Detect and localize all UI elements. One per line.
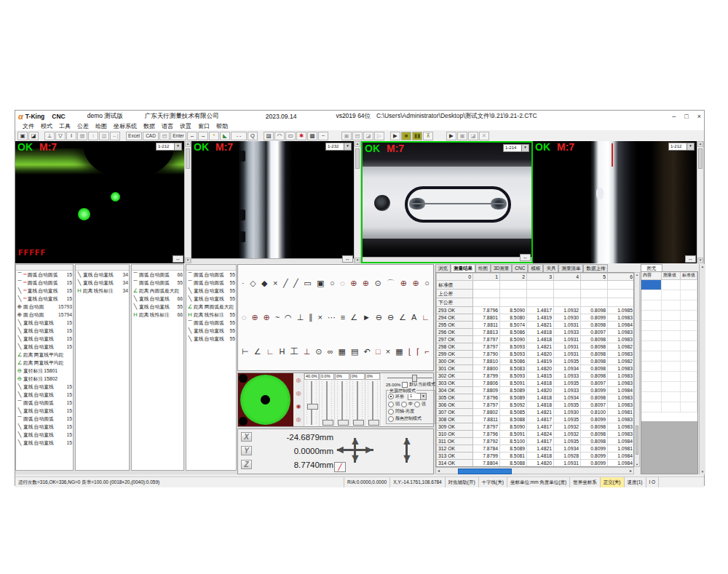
scroll-down-icon[interactable]: ▼ bbox=[355, 258, 360, 263]
result-row[interactable]: 297 OK7.87978.50901.48181.09310.80981.09… bbox=[437, 336, 635, 343]
spec-row[interactable]: 下公差 bbox=[437, 298, 635, 307]
magnification-select[interactable]: 1-212▼ bbox=[668, 143, 695, 151]
toolbar-arrow-left-icon[interactable]: ← bbox=[187, 132, 197, 140]
polygon-icon[interactable]: ◇ bbox=[250, 279, 256, 288]
menu-item-5[interactable]: 绘图 bbox=[95, 122, 107, 130]
scroll-up-icon[interactable]: ▲ bbox=[635, 273, 639, 276]
menu-item-11[interactable]: 帮助 bbox=[216, 122, 228, 130]
feature-item[interactable]: ⌒圆弧自动圆弧55 bbox=[186, 279, 236, 287]
light-slider-thumb[interactable] bbox=[353, 420, 364, 426]
result-row[interactable]: 310 OK7.87968.50911.48241.09320.80981.09… bbox=[437, 431, 635, 438]
circle-dot-icon[interactable]: ⊙ bbox=[375, 279, 381, 288]
scroll-up-icon[interactable]: ▲ bbox=[697, 141, 703, 147]
feature-item[interactable]: ╲**直线自动直线15 bbox=[16, 287, 73, 295]
menu-item-7[interactable]: 数据 bbox=[143, 122, 155, 130]
element-row[interactable] bbox=[641, 311, 697, 321]
toolbar-pause-icon[interactable]: ▮▮ bbox=[412, 132, 422, 140]
element-row[interactable] bbox=[641, 341, 697, 351]
feature-item[interactable]: H距离线性标注66 bbox=[132, 311, 183, 319]
light-slider-thumb[interactable] bbox=[323, 420, 333, 426]
scrollbar-thumb[interactable] bbox=[458, 469, 512, 474]
feature-item[interactable]: ╲直线自动直线55 bbox=[132, 303, 183, 311]
undo-icon[interactable]: ↶ bbox=[364, 347, 371, 356]
arc-cross-icon[interactable]: ⊕ bbox=[400, 279, 407, 288]
feature-list-scrollbar[interactable] bbox=[186, 265, 236, 271]
scroll-right-icon[interactable]: ► bbox=[629, 469, 633, 473]
toolbar-save-report-icon[interactable]: ▣ bbox=[457, 132, 467, 140]
feature-item[interactable]: ⌒圆弧自动圆弧15 bbox=[16, 415, 73, 423]
feature-item[interactable]: ╲直线自动直线15 bbox=[16, 343, 73, 351]
ring-segment-icon[interactable]: ◉ bbox=[296, 403, 301, 410]
toolbar-tools-icon[interactable]: ✕ bbox=[479, 132, 489, 140]
toolbar-stop-icon[interactable]: ■ bbox=[401, 132, 411, 140]
feature-item[interactable]: ╲直线自动直线34 bbox=[76, 271, 129, 279]
feature-item[interactable]: ╲直线自动直线34 bbox=[76, 279, 129, 287]
feature-item[interactable]: ⌒圆弧自动圆弧66 bbox=[132, 271, 183, 279]
light-slider-track[interactable] bbox=[320, 380, 334, 426]
light-slider-track[interactable] bbox=[365, 380, 380, 426]
magnification-select[interactable]: 1-232▼ bbox=[325, 143, 352, 151]
radio-level[interactable] bbox=[414, 402, 420, 407]
tab-8[interactable]: 测量清单 bbox=[558, 264, 583, 272]
feature-item[interactable]: ╲直线自动直线66 bbox=[132, 295, 183, 303]
camera-view-2[interactable]: OK M:7 1-232▼ ↔ bbox=[191, 141, 354, 263]
line-icon[interactable]: ╱ bbox=[283, 279, 288, 288]
point-icon[interactable]: · bbox=[242, 279, 245, 288]
element-row[interactable] bbox=[641, 351, 697, 362]
feature-item[interactable]: ╲**直线自动直线15 bbox=[16, 295, 73, 303]
label-icon[interactable]: A bbox=[411, 313, 416, 322]
spec-row[interactable]: 上公差 bbox=[437, 290, 635, 298]
scroll-down-icon[interactable]: ▼ bbox=[635, 463, 639, 466]
toolbar-excel-button[interactable]: Excel bbox=[126, 132, 142, 140]
menu-item-9[interactable]: 设置 bbox=[180, 122, 191, 130]
toolbar-column-icon[interactable]: I bbox=[66, 132, 76, 140]
scroll-down-icon[interactable]: ▼ bbox=[185, 258, 191, 263]
toolbar-magnifier-icon[interactable]: Q bbox=[248, 132, 258, 140]
arc-cross-auto-icon[interactable]: ⊕ bbox=[412, 279, 419, 288]
scroll-up-icon[interactable]: ▲ bbox=[700, 265, 705, 268]
polygon-filled-icon[interactable]: ◆ bbox=[261, 279, 267, 288]
feature-item[interactable]: ╲直线自动直线55 bbox=[186, 335, 236, 343]
toolbar-open-icon[interactable]: ◪ bbox=[28, 132, 39, 140]
element-row[interactable] bbox=[641, 290, 697, 300]
result-row[interactable]: 302 OK7.87998.50931.48151.09330.80981.09… bbox=[437, 372, 635, 380]
result-row[interactable]: 311 OK7.87928.51001.48171.09350.80981.09… bbox=[437, 438, 635, 445]
element-row[interactable] bbox=[641, 392, 697, 402]
feature-list-scrollbar[interactable] bbox=[76, 265, 129, 271]
datum-x-icon[interactable]: ⌊ bbox=[408, 347, 411, 356]
toolbar-matrix-icon[interactable]: ▩ bbox=[307, 132, 317, 140]
element-row[interactable] bbox=[641, 382, 697, 392]
feature-item[interactable]: ⊕圆自动圆15794 bbox=[16, 311, 73, 319]
feature-list-scrollbar[interactable] bbox=[16, 265, 73, 271]
feature-item[interactable]: ∠距离两圆弧最大距 bbox=[186, 303, 236, 311]
perpendicular-icon[interactable]: ⊥ bbox=[297, 313, 304, 322]
toolbar-play-gray-icon[interactable]: ▷ bbox=[374, 132, 384, 140]
menu-item-2[interactable]: 模式 bbox=[41, 122, 52, 130]
camera-scrollbar[interactable]: ▲▼ bbox=[354, 141, 361, 263]
result-row[interactable]: 312 OK7.87848.50891.48211.09340.80991.09… bbox=[437, 445, 635, 453]
circle-cross-icon[interactable]: ⊕ bbox=[350, 279, 357, 288]
feature-item[interactable]: ╲直线自动直线15 bbox=[16, 335, 73, 343]
scroll-up-icon[interactable]: ▲ bbox=[185, 141, 191, 147]
scrollbar-thumb[interactable] bbox=[355, 148, 360, 169]
result-row[interactable]: 294 OK7.88018.50801.48191.09300.80991.09… bbox=[437, 314, 635, 322]
feature-item[interactable]: ╲直线自动直线15 bbox=[16, 423, 73, 431]
ring-segment-icon[interactable]: ◎ bbox=[296, 390, 301, 396]
tab-4[interactable]: 3D测量 bbox=[491, 264, 512, 272]
default-mode-checkbox[interactable] bbox=[402, 382, 408, 388]
radio-ring[interactable] bbox=[388, 394, 394, 399]
toolbar-run-icon[interactable]: ▶ bbox=[390, 132, 400, 140]
element-row[interactable] bbox=[641, 321, 697, 331]
light-slider-track[interactable] bbox=[350, 380, 365, 426]
runout-icon[interactable]: ∞ bbox=[328, 347, 333, 356]
element-row[interactable] bbox=[641, 300, 697, 311]
result-row[interactable]: 300 OK7.88108.50861.48191.09350.80981.09… bbox=[437, 358, 635, 365]
element-tab[interactable]: 图元 bbox=[641, 264, 662, 271]
pan-icon[interactable]: ↔ bbox=[342, 255, 353, 263]
toolbar-arrow-right-icon[interactable]: → bbox=[198, 132, 208, 140]
ellipse-icon[interactable]: ○ bbox=[424, 279, 430, 288]
chevron-down-icon[interactable]: ▼ bbox=[344, 143, 351, 150]
feature-item[interactable]: ∠距离两直线平均距 bbox=[16, 351, 73, 359]
chevron-down-icon[interactable]: ▼ bbox=[420, 394, 426, 399]
element-row[interactable] bbox=[641, 362, 697, 372]
